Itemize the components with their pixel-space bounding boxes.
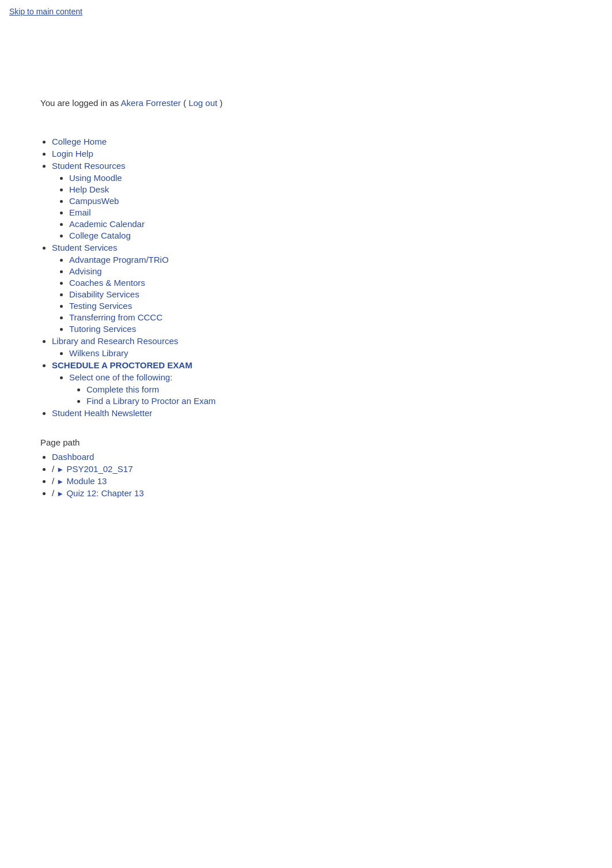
login-prefix: You are logged in as bbox=[40, 98, 121, 108]
list-item: Select one of the following: Complete th… bbox=[69, 372, 572, 406]
advising-link[interactable]: Advising bbox=[69, 266, 102, 276]
student-resources-sublist: Using Moodle Help Desk CampusWeb Email A… bbox=[52, 173, 572, 240]
testing-services-link[interactable]: Testing Services bbox=[69, 301, 132, 311]
nav-item-student-resources: Student Resources Using Moodle Help Desk… bbox=[52, 161, 572, 240]
wilkens-library-link[interactable]: Wilkens Library bbox=[69, 348, 129, 358]
complete-form-link[interactable]: Complete this form bbox=[86, 384, 159, 394]
nav-list: College Home Login Help Student Resource… bbox=[40, 137, 572, 418]
login-bar: You are logged in as Akera Forrester ( L… bbox=[0, 92, 612, 114]
path-separator-2: / ► bbox=[52, 476, 66, 486]
sidebar-nav: College Home Login Help Student Resource… bbox=[0, 137, 612, 418]
login-paren-open: ( bbox=[183, 98, 186, 108]
health-newsletter-link[interactable]: Student Health Newsletter bbox=[52, 408, 152, 418]
list-item: Help Desk bbox=[69, 184, 572, 194]
nav-item-student-services: Student Services Advantage Program/TRiO … bbox=[52, 243, 572, 334]
library-sublist: Wilkens Library bbox=[52, 348, 572, 358]
login-paren-close: ) bbox=[220, 98, 222, 108]
skip-to-main-link[interactable]: Skip to main content bbox=[0, 0, 612, 23]
college-catalog-link[interactable]: College Catalog bbox=[69, 231, 131, 240]
list-item: Coaches & Mentors bbox=[69, 278, 572, 288]
list-item: Advising bbox=[69, 266, 572, 276]
list-item: / ► PSY201_02_S17 bbox=[52, 464, 572, 474]
find-library-link[interactable]: Find a Library to Proctor an Exam bbox=[86, 396, 216, 406]
list-item: Academic Calendar bbox=[69, 219, 572, 229]
list-item: Wilkens Library bbox=[69, 348, 572, 358]
email-link[interactable]: Email bbox=[69, 207, 91, 217]
academic-calendar-link[interactable]: Academic Calendar bbox=[69, 219, 145, 229]
list-item: Transferring from CCCC bbox=[69, 312, 572, 322]
page-path-list: Dashboard / ► PSY201_02_S17 / ► Module 1… bbox=[40, 452, 572, 498]
path-psy201-link[interactable]: PSY201_02_S17 bbox=[66, 464, 133, 474]
list-item: Disability Services bbox=[69, 289, 572, 299]
list-item: CampusWeb bbox=[69, 196, 572, 206]
schedule-exam-link[interactable]: SCHEDULE A PROCTORED EXAM bbox=[52, 360, 192, 370]
list-item: Dashboard bbox=[52, 452, 572, 462]
path-separator-3: / ► bbox=[52, 488, 66, 498]
list-item: / ► Quiz 12: Chapter 13 bbox=[52, 488, 572, 498]
nav-item-login-help: Login Help bbox=[52, 149, 572, 158]
list-item: Advantage Program/TRiO bbox=[69, 255, 572, 265]
list-item: Email bbox=[69, 207, 572, 217]
coaches-mentors-link[interactable]: Coaches & Mentors bbox=[69, 278, 145, 288]
path-separator-1: / ► bbox=[52, 464, 66, 474]
student-services-sublist: Advantage Program/TRiO Advising Coaches … bbox=[52, 255, 572, 334]
list-item: Using Moodle bbox=[69, 173, 572, 183]
nav-item-college-home: College Home bbox=[52, 137, 572, 146]
nav-item-library: Library and Research Resources Wilkens L… bbox=[52, 336, 572, 358]
college-home-link[interactable]: College Home bbox=[52, 137, 107, 146]
list-item: Find a Library to Proctor an Exam bbox=[86, 396, 572, 406]
list-item: Complete this form bbox=[86, 384, 572, 394]
login-help-link[interactable]: Login Help bbox=[52, 149, 93, 158]
using-moodle-link[interactable]: Using Moodle bbox=[69, 173, 122, 183]
nav-item-schedule-exam: SCHEDULE A PROCTORED EXAM Select one of … bbox=[52, 360, 572, 406]
list-item: / ► Module 13 bbox=[52, 476, 572, 486]
schedule-exam-sublist: Select one of the following: Complete th… bbox=[52, 372, 572, 406]
select-following-link[interactable]: Select one of the following: bbox=[69, 372, 172, 382]
advantage-program-link[interactable]: Advantage Program/TRiO bbox=[69, 255, 169, 265]
page-path-title: Page path bbox=[40, 437, 572, 447]
library-link[interactable]: Library and Research Resources bbox=[52, 336, 178, 346]
path-dashboard-link[interactable]: Dashboard bbox=[52, 452, 94, 462]
username-link[interactable]: Akera Forrester bbox=[121, 98, 181, 108]
tutoring-services-link[interactable]: Tutoring Services bbox=[69, 324, 136, 334]
student-services-link[interactable]: Student Services bbox=[52, 243, 117, 252]
list-item: Testing Services bbox=[69, 301, 572, 311]
path-quiz12-link[interactable]: Quiz 12: Chapter 13 bbox=[66, 488, 143, 498]
nav-item-health-newsletter: Student Health Newsletter bbox=[52, 408, 572, 418]
path-module13-link[interactable]: Module 13 bbox=[66, 476, 107, 486]
list-item: Tutoring Services bbox=[69, 324, 572, 334]
disability-services-link[interactable]: Disability Services bbox=[69, 289, 139, 299]
transferring-cccc-link[interactable]: Transferring from CCCC bbox=[69, 312, 163, 322]
sidebar-spacer bbox=[0, 114, 612, 131]
logout-link[interactable]: Log out bbox=[188, 98, 217, 108]
select-following-sublist: Complete this form Find a Library to Pro… bbox=[69, 384, 572, 406]
student-resources-link[interactable]: Student Resources bbox=[52, 161, 126, 171]
help-desk-link[interactable]: Help Desk bbox=[69, 184, 109, 194]
page-path-section: Page path Dashboard / ► PSY201_02_S17 / … bbox=[0, 420, 612, 512]
list-item: College Catalog bbox=[69, 231, 572, 240]
top-spacer bbox=[0, 23, 612, 92]
campusweb-link[interactable]: CampusWeb bbox=[69, 196, 119, 206]
